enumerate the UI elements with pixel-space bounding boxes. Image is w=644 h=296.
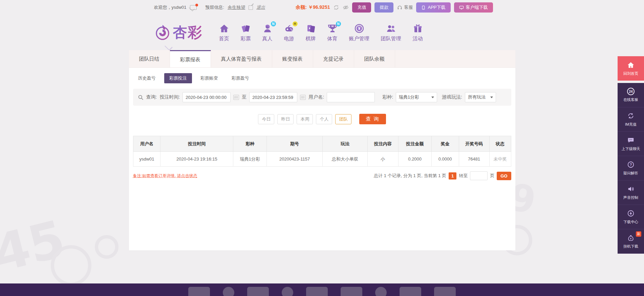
this-week-button[interactable]: 本周 bbox=[297, 114, 313, 124]
col-lottery-type: 彩种 bbox=[233, 136, 267, 152]
nav-item-egames[interactable]: H 电游 bbox=[284, 23, 294, 42]
service-label: 客服 bbox=[404, 4, 413, 10]
sidebar-item-bot-download[interactable]: 新 ¥ 挂机下载 bbox=[618, 229, 644, 254]
go-button[interactable]: GO bbox=[497, 172, 511, 180]
welcome-text: 欢迎您，ysdw01 bbox=[154, 4, 187, 10]
chevron-down-icon bbox=[490, 97, 493, 98]
date-to-input[interactable] bbox=[249, 92, 297, 102]
query-label: 查询: bbox=[146, 94, 157, 100]
lottery-ball-decor bbox=[95, 235, 119, 259]
service-24h-icon: 24 bbox=[627, 88, 635, 95]
question-icon: ? bbox=[627, 161, 635, 169]
partner-logo bbox=[341, 287, 362, 296]
nav-item-live[interactable]: N 真人 bbox=[262, 23, 273, 42]
nav-item-team[interactable]: 团队管理 bbox=[381, 23, 401, 42]
sidebar-item-chat[interactable]: 上下级聊天 bbox=[618, 132, 644, 156]
mail-icon[interactable] bbox=[190, 5, 197, 10]
quick-filters: 今日 昨日 本周 个人 团队 查 询 bbox=[129, 114, 515, 124]
nav-item-home[interactable]: 首页 bbox=[219, 23, 229, 42]
tab-team-balance[interactable]: 团队余额 bbox=[354, 50, 395, 67]
headset-icon bbox=[397, 5, 403, 10]
pagination-summary: 总计 1 个记录, 分为 1 页, 当前第 1 页 bbox=[374, 173, 446, 179]
report-tabs: 团队日结 彩票报表 真人体育盈亏报表 账变报表 充提记录 团队余额 bbox=[129, 50, 515, 68]
client-download-button[interactable]: 客户端下载 bbox=[454, 2, 493, 13]
app-download-button[interactable]: APP下载 bbox=[416, 2, 450, 13]
sidebar-item-download-center[interactable]: 下载中心 bbox=[618, 205, 644, 229]
personal-button[interactable]: 个人 bbox=[316, 114, 332, 124]
withdraw-button[interactable]: 提款 bbox=[374, 2, 393, 13]
recharge-button[interactable]: 充值 bbox=[352, 2, 371, 13]
logout-link[interactable]: 退出 bbox=[256, 4, 265, 10]
nav-item-cards[interactable]: 棋牌 bbox=[306, 23, 316, 42]
new-badge: 新 bbox=[636, 231, 641, 237]
page-unit-label: 页 bbox=[490, 173, 494, 179]
table-header-row: 用户名 投注时间 彩种 期号 玩法 投注内容 投注金额 奖金 开奖号码 状态 bbox=[133, 136, 511, 152]
team-button[interactable]: 团队 bbox=[335, 114, 351, 124]
nav-item-account[interactable]: ¥ 账户管理 bbox=[349, 23, 369, 42]
hot-badge: H bbox=[293, 21, 298, 26]
cell-play-type: 总和大小单双 bbox=[322, 152, 367, 167]
table-row: ysdw01 2020-04-23 19:16:15 瑞典1分彩 2020042… bbox=[133, 152, 511, 167]
customer-service-link[interactable]: 客服 bbox=[397, 4, 413, 10]
reserved-info-link[interactable]: 余生独望 bbox=[228, 4, 245, 10]
subtab-lottery-account-change[interactable]: 彩票账变 bbox=[195, 73, 223, 83]
yesterday-button[interactable]: 昨日 bbox=[277, 114, 294, 124]
sidebar-item-faq[interactable]: ? 疑问解答 bbox=[618, 156, 644, 181]
current-page-badge[interactable]: 1 bbox=[449, 172, 456, 179]
subtab-lottery-bets[interactable]: 彩票投注 bbox=[164, 73, 192, 83]
reserved-info-label: 预留信息: bbox=[206, 4, 224, 10]
goto-page-input[interactable] bbox=[470, 171, 488, 180]
partner-logo bbox=[306, 287, 328, 296]
pagination: 总计 1 个记录, 分为 1 页, 当前第 1 页 1 转至 页 GO bbox=[374, 171, 511, 180]
coin-icon: ¥ bbox=[354, 23, 364, 34]
calendar-icon[interactable] bbox=[233, 95, 239, 100]
cell-status-link[interactable]: 未中奖 bbox=[489, 152, 511, 167]
nav-item-promotions[interactable]: 活动 bbox=[413, 23, 423, 42]
cell-lottery-type: 瑞典1分彩 bbox=[233, 152, 267, 167]
main-nav: 杏彩 首页 彩票 N 真人 H 电游 棋牌 bbox=[129, 15, 515, 50]
subtab-lottery-profit[interactable]: 彩票盈亏 bbox=[227, 73, 254, 83]
sidebar-item-back-home[interactable]: 回到首页 bbox=[618, 56, 644, 81]
rose-logo-icon bbox=[153, 23, 172, 42]
table-note: 备注:如需查看订单详情, 请点击状态 bbox=[133, 173, 197, 179]
notification-dot bbox=[195, 4, 198, 6]
tab-live-sports-report[interactable]: 真人体育盈亏报表 bbox=[211, 50, 272, 67]
edit-icon[interactable] bbox=[249, 5, 253, 10]
col-bet-content: 投注内容 bbox=[367, 136, 398, 152]
monitor-icon bbox=[459, 5, 464, 10]
tab-deposit-withdraw-records[interactable]: 充提记录 bbox=[313, 50, 354, 67]
svg-text:¥: ¥ bbox=[630, 237, 632, 240]
play-type-select[interactable]: 所有玩法 bbox=[465, 92, 496, 102]
phone-icon bbox=[421, 5, 426, 10]
tab-lottery-report[interactable]: 彩票报表 bbox=[170, 50, 211, 67]
hide-balance-icon[interactable] bbox=[343, 4, 349, 10]
col-draw-number: 开奖号码 bbox=[459, 136, 489, 152]
today-button[interactable]: 今日 bbox=[258, 114, 274, 124]
subtab-history-profit[interactable]: 历史盈亏 bbox=[133, 73, 161, 83]
partner-logo bbox=[434, 287, 456, 296]
calendar-icon[interactable] bbox=[300, 95, 306, 100]
chevron-down-icon bbox=[431, 97, 434, 98]
partner-logo bbox=[188, 287, 210, 296]
refresh-balance-icon[interactable] bbox=[333, 4, 339, 10]
logo-text: 杏彩 bbox=[173, 23, 203, 42]
search-button[interactable]: 查 询 bbox=[359, 114, 386, 124]
sidebar-item-online-service[interactable]: 24 在线客服 bbox=[618, 83, 644, 107]
ticket-icon bbox=[241, 23, 251, 34]
nav-item-sports[interactable]: N W 体育 bbox=[327, 23, 338, 42]
svg-text:W: W bbox=[331, 25, 334, 28]
nav-item-lottery[interactable]: 彩票 bbox=[241, 23, 251, 42]
date-from-input[interactable] bbox=[183, 92, 231, 102]
tab-team-daily[interactable]: 团队日结 bbox=[129, 50, 170, 67]
site-logo[interactable]: 杏彩 bbox=[153, 23, 203, 42]
download-icon bbox=[627, 209, 635, 217]
tab-account-change-report[interactable]: 账变报表 bbox=[272, 50, 313, 67]
username-input[interactable] bbox=[327, 92, 375, 102]
lottery-ball-decor bbox=[51, 245, 91, 286]
search-icon bbox=[138, 94, 144, 100]
filter-bar: 查询: 投注时间: 至 用户名: 彩种: 瑞典1分彩 游戏玩法: 所有玩法 bbox=[133, 89, 511, 106]
sidebar-item-sound[interactable]: 声音控制 bbox=[618, 181, 644, 205]
lottery-type-label: 彩种: bbox=[382, 94, 393, 100]
lottery-type-select[interactable]: 瑞典1分彩 bbox=[396, 92, 437, 102]
sidebar-item-im-recharge[interactable]: IM充值 bbox=[618, 107, 644, 132]
